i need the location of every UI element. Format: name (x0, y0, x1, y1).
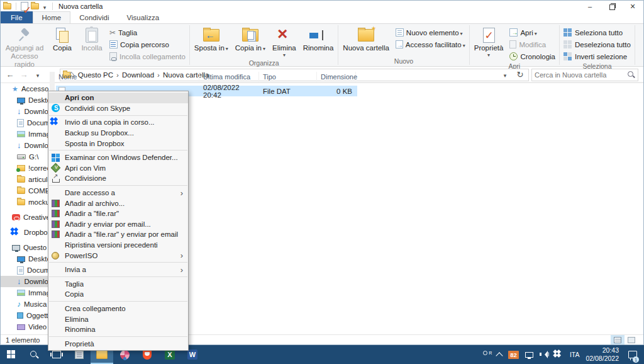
taskbar-search-button[interactable] (23, 345, 45, 364)
action-center-button[interactable]: 1 (625, 345, 640, 364)
menu-item-dare-accesso-a[interactable]: Dare accesso a (48, 188, 188, 198)
documents-icon (17, 119, 24, 127)
language-indicator[interactable]: ITA (570, 351, 580, 358)
sidebar-item-pc-documenti[interactable]: Documenti (1, 264, 54, 276)
sidebar-item-immagini[interactable]: Immagini (1, 128, 54, 140)
start-button[interactable] (0, 345, 23, 364)
menu-item-apri-con[interactable]: Apri con (48, 93, 188, 103)
deselect-all-button[interactable]: Deseleziona tutto (561, 39, 633, 50)
tray-expand-chevron-icon[interactable] (496, 352, 503, 359)
new-folder-button[interactable]: Nuova cartella (340, 25, 392, 53)
clock[interactable]: 20:43 02/08/2022 (586, 346, 619, 362)
new-item-button[interactable]: Nuovo elemento (393, 27, 468, 38)
properties-button[interactable]: Proprietà (471, 25, 507, 59)
details-view-button[interactable] (611, 335, 625, 344)
minimize-button[interactable] (579, 1, 601, 12)
dropbox-icon (52, 118, 60, 127)
easy-access-button[interactable]: Accesso facilitato (393, 39, 468, 50)
menu-item-condivisione[interactable]: Condivisione (48, 173, 188, 184)
folder-icon (17, 176, 25, 183)
vim-icon (51, 163, 61, 173)
sidebar-item-download[interactable]: Download (1, 106, 54, 117)
copy-to-button[interactable]: Copia in (232, 25, 269, 53)
desktop-icon (17, 256, 25, 262)
new-folder-quick-icon[interactable] (31, 3, 39, 9)
sidebar-item-pc-desktop[interactable]: Desktop (1, 253, 54, 264)
easy-access-icon (396, 40, 403, 48)
menu-item-winrar-add-email[interactable]: Añadir y enviar por email... (48, 219, 188, 230)
qat-customize-chevron-icon[interactable] (42, 2, 48, 11)
close-button[interactable] (622, 1, 643, 12)
menu-item-backup-dropbox[interactable]: Backup su Dropbox... (48, 128, 188, 139)
file-explorer-icon (96, 350, 108, 359)
cut-button[interactable]: Taglia (107, 27, 188, 38)
menu-item-windows-defender[interactable]: Examinar con Windows Defender... (48, 152, 188, 163)
history-button[interactable]: Cronologia (507, 51, 558, 62)
select-all-button[interactable]: Seleziona tutto (561, 27, 633, 38)
menu-item-winrar-add-filerar[interactable]: Añadir a "file.rar" (48, 208, 188, 219)
icons-view-button[interactable] (625, 335, 638, 344)
folder-icon (17, 199, 25, 205)
tab-visualizza[interactable]: Visualizza (118, 11, 169, 23)
column-header-dimensione[interactable]: Dimensione (317, 72, 356, 82)
delete-button[interactable]: Elimina (269, 25, 299, 59)
menu-item-proprieta[interactable]: Proprietà (48, 338, 188, 349)
menu-item-crea-collegamento[interactable]: Crea collegamento (48, 304, 188, 314)
sidebar-item-pc-video[interactable]: Video (1, 321, 54, 333)
sidebar-item-pc-musica[interactable]: Musica (1, 299, 54, 310)
sidebar-item-questo-pc[interactable]: Questo PC (1, 242, 54, 253)
sidebar-item-dropbox[interactable]: Dropbox (1, 227, 54, 238)
dropbox-tray-icon[interactable] (555, 350, 564, 359)
edit-button[interactable]: Modifica (507, 39, 558, 50)
sidebar-item-mockups[interactable]: mockups (1, 196, 54, 208)
menu-item-apri-con-vim[interactable]: Apri con Vim (48, 163, 188, 174)
pin-to-quick-access-button[interactable]: Aggiungi ad Accesso rapido (2, 25, 47, 70)
column-header-tipo[interactable]: Tipo (259, 72, 317, 82)
menu-item-ripristina-versioni[interactable]: Ripristina versioni precedenti (48, 240, 188, 251)
sidebar-item-documenti[interactable]: Documenti (1, 117, 54, 128)
menu-item-winrar-add-filerar-email[interactable]: Añadir a "file.rar" y enviar por email (48, 229, 188, 240)
rename-button[interactable]: Rinomina (300, 25, 337, 53)
divider (16, 3, 16, 10)
pictures-icon (17, 290, 25, 296)
sidebar-item-pc-immagini[interactable]: Immagini (1, 287, 54, 299)
sidebar-item-creative-cloud[interactable]: Creative Cloud (1, 212, 54, 223)
menu-item-taglia[interactable]: Taglia (48, 279, 188, 290)
copy-path-button[interactable]: Copia percorso (107, 39, 188, 50)
people-icon[interactable] (482, 351, 491, 358)
sidebar-item-correcting[interactable]: !correcting (1, 162, 54, 174)
tab-condividi[interactable]: Condividi (70, 11, 118, 23)
menu-item-poweriso[interactable]: PowerISO (48, 250, 188, 261)
sidebar-item-comerc[interactable]: COMERC (1, 185, 54, 196)
column-header-ultima-modifica[interactable]: Ultima modifica (199, 72, 259, 82)
network-icon[interactable] (525, 352, 533, 358)
sidebar-item-pc-download[interactable]: Download (1, 276, 54, 287)
invert-selection-button[interactable]: Inverti selezione (561, 51, 633, 62)
move-to-button[interactable]: Sposta in (191, 25, 231, 53)
paste-shortcut-button[interactable]: Incolla collegamento (107, 51, 188, 62)
menu-item-rinomina[interactable]: Rinomina (48, 324, 188, 335)
sidebar-item-accesso-rapido[interactable]: Accesso rapido (1, 83, 54, 94)
open-button[interactable]: Apri (507, 27, 558, 38)
menu-item-invia-a[interactable]: Invia a (48, 264, 188, 275)
temperature-badge[interactable]: 82 (508, 351, 519, 359)
quick-access-toolbar (3, 2, 55, 11)
sidebar-item-articulo[interactable]: articulo (1, 174, 54, 185)
sidebar-item-drive-g[interactable]: G:\ (1, 151, 54, 162)
menu-item-copia[interactable]: Copia (48, 289, 188, 300)
menu-item-sposta-dropbox[interactable]: Sposta in Dropbox (48, 138, 188, 149)
copy-button[interactable]: Copia (48, 25, 77, 53)
sidebar-item-pc-oggetti-3d[interactable]: Oggetti 3D (1, 310, 54, 321)
restore-button[interactable] (601, 1, 622, 12)
menu-item-elimina[interactable]: Elimina (48, 314, 188, 324)
properties-quick-icon[interactable] (21, 2, 28, 11)
paste-button[interactable]: Incolla (77, 25, 106, 53)
menu-item-winrar-add-archive[interactable]: Añadir al archivo... (48, 198, 188, 208)
sidebar-item-download-2[interactable]: Download (1, 140, 54, 151)
menu-item-condividi-con-skype[interactable]: Condividi con Skype (48, 103, 188, 114)
sidebar-item-desktop[interactable]: Desktop (1, 94, 54, 106)
column-header-nome[interactable]: Nome (55, 72, 199, 82)
menu-item-invio-copia[interactable]: Invio di una copia in corso... (48, 117, 188, 128)
volume-icon[interactable] (540, 351, 548, 358)
tab-home[interactable]: Home (33, 11, 71, 23)
